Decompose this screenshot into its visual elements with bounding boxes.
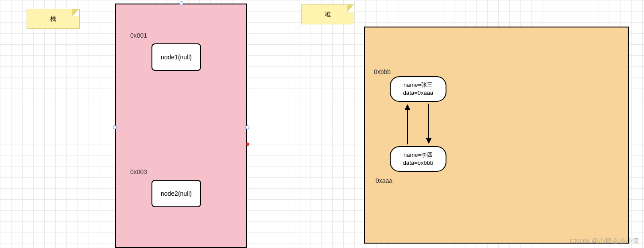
heap-object-top[interactable]: name=张三 data=0xaaa: [390, 76, 446, 102]
resize-handle-right[interactable]: [245, 125, 249, 129]
heap-addr-bottom: 0xaaa: [376, 177, 392, 184]
stack-node-2-text: node2(null): [161, 190, 192, 197]
stack-label-text: 栈: [50, 15, 56, 23]
stack-node-1-text: node1(null): [161, 54, 192, 61]
resize-handle-top[interactable]: [179, 1, 183, 5]
connection-indicator[interactable]: [246, 143, 249, 146]
stack-addr-2: 0x003: [130, 168, 147, 175]
heap-object-bottom-line1: name=李四: [403, 151, 433, 159]
heap-region[interactable]: 0xbbb name=张三 data=0xaaa name=李四 data=ox…: [364, 27, 629, 244]
stack-node-2[interactable]: node2(null): [151, 180, 201, 207]
stack-region[interactable]: 0x001 node1(null) 0x003 node2(null): [115, 4, 247, 248]
resize-handle-left[interactable]: [113, 125, 117, 129]
stack-label-sticky: 栈: [27, 9, 80, 29]
stack-addr-1: 0x001: [130, 32, 147, 39]
heap-arrows: [390, 102, 446, 146]
stack-node-1[interactable]: node1(null): [151, 43, 201, 71]
heap-object-bottom-line2: data=oxbbb: [403, 159, 433, 167]
heap-label-sticky: 堆: [301, 4, 354, 24]
heap-object-top-line2: data=0xaaa: [403, 89, 433, 97]
heap-label-text: 堆: [325, 11, 331, 19]
watermark: CSDN @小那么小小猿: [570, 237, 640, 245]
heap-object-bottom[interactable]: name=李四 data=oxbbb: [390, 146, 446, 172]
heap-object-top-line1: name=张三: [403, 81, 433, 89]
heap-addr-top: 0xbbb: [374, 68, 391, 75]
